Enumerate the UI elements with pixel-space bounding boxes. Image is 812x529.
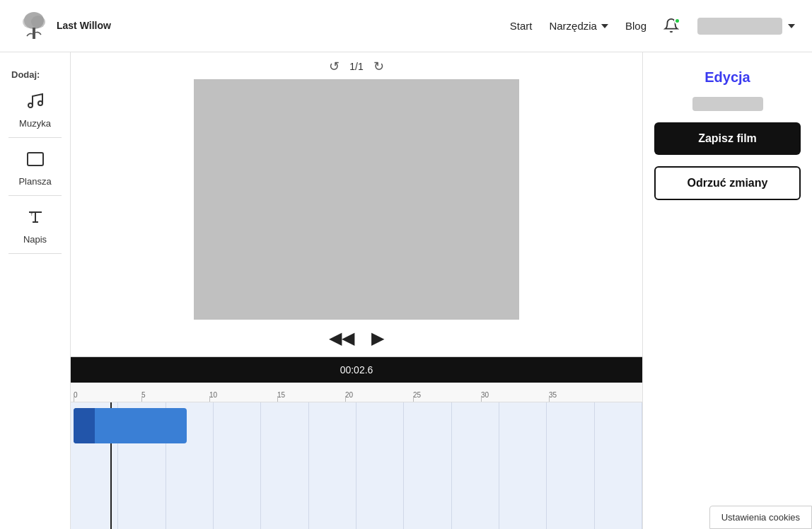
nav-blog[interactable]: Blog xyxy=(625,20,646,32)
ruler-line-25 xyxy=(413,396,414,402)
svg-point-4 xyxy=(28,103,33,107)
page-indicator: ↺ 1/1 ↻ xyxy=(327,59,385,74)
dodaj-label: Dodaj: xyxy=(0,64,70,80)
header: Last Willow Start Narzędzia Blog xyxy=(0,0,812,52)
editor-center: ↺ 1/1 ↻ ◀◀ ▶ 00:02.6 0 5 10 15 xyxy=(71,52,642,529)
play-button[interactable]: ▶ xyxy=(371,328,384,348)
panel-title: Edycja xyxy=(704,69,750,86)
ruler-tick-20: 20 xyxy=(345,391,353,399)
text-icon: T xyxy=(25,207,45,230)
discard-button[interactable]: Odrzuć zmiany xyxy=(654,166,801,200)
grid-col-8 xyxy=(404,402,451,529)
grid-col-5 xyxy=(261,402,308,529)
ruler-line-30 xyxy=(481,396,482,402)
ruler-line-10 xyxy=(209,396,210,402)
board-icon xyxy=(25,149,45,172)
cookie-bar[interactable]: Ustawienia cookies xyxy=(709,506,812,529)
grid-col-4 xyxy=(214,402,261,529)
napis-label: Napis xyxy=(23,234,47,245)
editor-top: ↺ 1/1 ↻ ◀◀ ▶ xyxy=(71,52,642,356)
redo-icon[interactable]: ↻ xyxy=(372,59,386,74)
page-number: 1/1 xyxy=(349,61,363,72)
grid-col-10 xyxy=(499,402,547,529)
timeline-tracks xyxy=(71,402,642,529)
music-icon xyxy=(25,91,45,114)
user-area xyxy=(697,18,795,35)
ruler-tick-30: 30 xyxy=(481,391,489,399)
ruler-line-0 xyxy=(74,396,74,402)
panel-subtitle-bar xyxy=(692,97,763,111)
sidebar-item-napis[interactable]: T Napis xyxy=(0,196,70,253)
ruler-tick-10: 10 xyxy=(209,391,217,399)
chevron-down-icon xyxy=(601,24,608,28)
logo-area: Last Willow xyxy=(17,9,111,43)
main-layout: Dodaj: Muzyka Plansza xyxy=(0,52,812,529)
clip-dark-segment xyxy=(74,408,95,443)
sidebar-item-muzyka[interactable]: Muzyka xyxy=(0,80,70,137)
nav-narzedzia[interactable]: Narzędzia xyxy=(549,20,608,32)
grid-col-11 xyxy=(547,402,594,529)
bell-icon[interactable] xyxy=(663,18,680,35)
svg-rect-6 xyxy=(28,153,43,165)
save-button[interactable]: Zapisz film xyxy=(654,122,801,155)
rewind-button[interactable]: ◀◀ xyxy=(329,328,354,348)
muzyka-label: Muzyka xyxy=(19,118,51,129)
ruler-line-5 xyxy=(141,396,142,402)
ruler-tick-25: 25 xyxy=(413,391,421,399)
timeline-timebar: 00:02.6 xyxy=(71,357,642,383)
nav-start[interactable]: Start xyxy=(510,20,533,32)
divider-3 xyxy=(8,253,62,254)
video-preview xyxy=(194,79,519,320)
right-panel: Edycja Zapisz film Odrzuć zmiany xyxy=(642,52,812,529)
user-chevron-icon[interactable] xyxy=(788,24,795,28)
ruler-tick-15: 15 xyxy=(277,391,285,399)
plansza-label: Plansza xyxy=(18,176,51,187)
nav-area: Start Narzędzia Blog xyxy=(510,18,795,35)
time-display: 00:02.6 xyxy=(340,364,373,376)
timeline-ruler: 0 5 10 15 20 25 30 35 xyxy=(71,383,642,402)
ruler-tick-35: 35 xyxy=(549,391,557,399)
svg-text:T: T xyxy=(30,212,33,216)
playback-controls: ◀◀ ▶ xyxy=(329,328,384,356)
ruler-line-15 xyxy=(277,396,278,402)
grid-col-12 xyxy=(595,402,642,529)
ruler-line-20 xyxy=(345,396,346,402)
timeline-area: 00:02.6 0 5 10 15 20 25 30 35 xyxy=(71,356,642,529)
track-clip[interactable] xyxy=(74,408,187,443)
sidebar: Dodaj: Muzyka Plansza xyxy=(0,52,71,529)
grid-col-6 xyxy=(309,402,356,529)
notification-dot xyxy=(674,18,680,24)
grid-col-9 xyxy=(452,402,499,529)
grid-col-7 xyxy=(356,402,404,529)
undo-icon[interactable]: ↺ xyxy=(327,59,341,74)
user-bar xyxy=(697,18,782,35)
logo-text: Last Willow xyxy=(57,20,111,32)
svg-point-2 xyxy=(31,16,45,28)
logo-icon xyxy=(17,9,51,43)
ruler-line-35 xyxy=(549,396,550,402)
sidebar-item-plansza[interactable]: Plansza xyxy=(0,138,70,195)
svg-point-5 xyxy=(38,101,42,105)
